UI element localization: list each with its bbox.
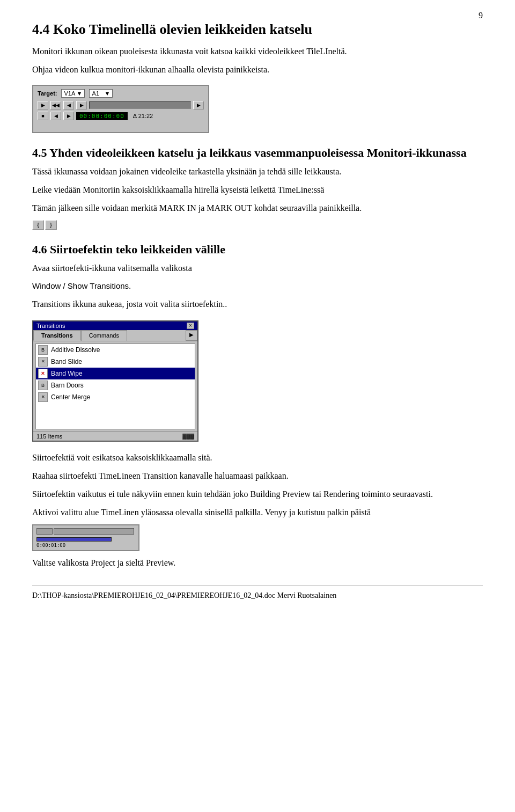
para-4-4-1: Monitori ikkunan oikean puoleisesta ikku… — [32, 45, 483, 58]
tw-list: B Additive Dissolve ✕ Band Slide ✕ Band … — [35, 343, 195, 429]
footer-path: D:\THOP-kansiosta\PREMIEROHJE16_02_04\PR… — [32, 586, 483, 600]
para-4-6-8: Valitse valikosta Project ja sieltä Prev… — [32, 557, 483, 569]
tw-titlebar: Transitions × — [33, 321, 197, 330]
para-4-4-2: Ohjaa videon kulkua monitori-ikkunan alh… — [32, 63, 483, 76]
section-4-4: 4.4 Koko Timelinellä olevien leikkeiden … — [32, 21, 483, 133]
tl-segment-1 — [36, 528, 53, 535]
stop-btn[interactable]: ■ — [38, 112, 48, 120]
heading-4-6: 4.6 Siirtoefektin teko leikkeiden välill… — [32, 243, 483, 257]
para-4-6-7: Aktivoi valittu alue TimeLinen yläosassa… — [32, 506, 483, 519]
volume-btn[interactable]: ▶ — [193, 101, 204, 109]
heading-4-5: 4.5 Yhden videoleikkeen katselu ja leikk… — [32, 146, 483, 160]
transitions-window: Transitions × Transitions Commands ▶ B A… — [32, 320, 198, 442]
section-4-5: 4.5 Yhden videoleikkeen katselu ja leikk… — [32, 146, 483, 230]
item-icon-2: ✕ — [38, 369, 48, 378]
dropdown-v1a[interactable]: V1A▼ — [61, 89, 85, 98]
monitor-control-image: Target: V1A▼ A1▼ ▶ ◀◀ ◀ ▶ ▶ ■ ◀ ▶ 00:00:… — [32, 85, 209, 133]
step-fwd-btn[interactable]: ▶ — [76, 101, 87, 109]
item-icon-1: ✕ — [38, 357, 48, 367]
para-4-6-6: Siirtoefektin vaikutus ei tule näkyviin … — [32, 488, 483, 501]
tw-item-count: 115 Items — [36, 433, 62, 440]
item-icon-0: B — [38, 345, 48, 355]
list-item[interactable]: B Additive Dissolve — [36, 344, 195, 356]
play-btn[interactable]: ▶ — [38, 101, 48, 109]
item-icon-3: B — [38, 381, 48, 390]
tl-blue-bar — [36, 537, 112, 541]
mark-buttons: { } — [32, 220, 483, 230]
page-number: 9 — [479, 11, 483, 20]
para-4-6-5: Raahaa siirtoefekti TimeLineen Transitio… — [32, 470, 483, 482]
mark-in-btn[interactable]: { — [32, 220, 44, 230]
section-4-6: 4.6 Siirtoefektin teko leikkeiden välill… — [32, 243, 483, 569]
para-4-5-1: Tässä ikkunassa voidaan jokainen videole… — [32, 165, 483, 178]
list-item[interactable]: ✕ Center Merge — [36, 391, 195, 403]
list-item[interactable]: ✕ Band Slide — [36, 356, 195, 368]
rev-btn[interactable]: ◀ — [50, 112, 61, 120]
delta-display: Δ 21:22 — [133, 113, 153, 119]
tl-track-top — [36, 528, 135, 536]
tw-tabs: Transitions Commands ▶ — [33, 330, 197, 341]
tw-statusbar: 115 Items ▓▓▓ — [33, 431, 197, 441]
item-label-1: Band Slide — [51, 358, 82, 365]
item-label-2: Band Wipe — [51, 370, 83, 377]
tw-close-btn[interactable]: × — [187, 323, 194, 329]
tw-title: Transitions — [36, 323, 65, 329]
fwd-btn[interactable]: ▶ — [63, 112, 74, 120]
para-4-6-3: Transitions ikkuna aukeaa, josta voit va… — [32, 298, 483, 311]
timecode-display: 00:00:00:00 — [76, 112, 128, 120]
item-label-3: Barn Doors — [51, 382, 84, 389]
tw-scroll-indicator: ▓▓▓ — [182, 433, 194, 439]
tab-transitions[interactable]: Transitions — [33, 330, 81, 341]
timeline-bottom-image: 0:00:01:00 — [32, 524, 139, 551]
para-4-5-2: Leike viedään Monitoriin kaksoisklikkaam… — [32, 184, 483, 196]
para-4-5-3: Tämän jälkeen sille voidaan merkitä MARK… — [32, 202, 483, 215]
item-label-4: Center Merge — [51, 393, 90, 401]
rewind-btn[interactable]: ◀◀ — [50, 101, 61, 109]
dropdown-a1[interactable]: A1▼ — [89, 89, 113, 98]
para-4-6-4: Siirtoefektiä voit esikatsoa kaksoisklik… — [32, 451, 483, 464]
mark-out-btn[interactable]: } — [45, 220, 57, 230]
tab-commands[interactable]: Commands — [81, 330, 127, 341]
tab-scroll-right[interactable]: ▶ — [186, 330, 197, 341]
step-back-btn[interactable]: ◀ — [63, 101, 74, 109]
heading-4-4: 4.4 Koko Timelinellä olevien leikkeiden … — [32, 21, 483, 38]
list-item-selected[interactable]: ✕ Band Wipe — [36, 368, 195, 379]
tl-segment-2 — [54, 528, 134, 535]
para-4-6-2: Window / Show Transitions. — [32, 280, 483, 292]
item-icon-4: ✕ — [38, 392, 48, 402]
item-label-0: Additive Dissolve — [51, 346, 100, 354]
tl-timecode: 0:00:01:00 — [36, 543, 135, 548]
list-item[interactable]: B Barn Doors — [36, 379, 195, 391]
target-label: Target: — [38, 90, 57, 97]
para-4-6-1: Avaa siirtoefekti-ikkuna valitsemalla va… — [32, 262, 483, 275]
